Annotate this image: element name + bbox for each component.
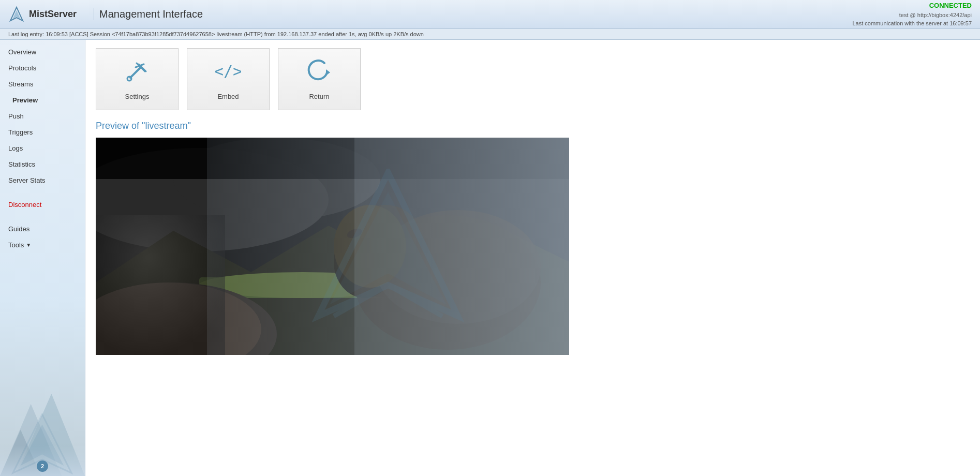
last-communication-text: Last communication with the server at 16… (852, 19, 972, 28)
svg-rect-30 (96, 215, 225, 355)
embed-label: Embed (217, 93, 239, 100)
settings-icon (124, 58, 150, 88)
logo-text: MistServer (29, 9, 77, 20)
svg-text:</>: </> (215, 62, 241, 80)
log-bar: Last log entry: 16:09:53 [ACCS] Session … (0, 29, 980, 40)
video-preview (96, 138, 569, 355)
sidebar-nav: Overview Protocols Streams Preview Push … (0, 40, 85, 476)
return-label: Return (309, 93, 329, 100)
return-icon (306, 58, 332, 88)
sidebar-item-server-stats[interactable]: Server Stats (0, 172, 85, 188)
page-title: Management Interface (94, 8, 852, 20)
svg-point-9 (127, 77, 131, 81)
embed-icon: </> (215, 58, 241, 88)
sidebar-item-protocols[interactable]: Protocols (0, 60, 85, 76)
tools-dropdown-arrow-icon: ▼ (26, 242, 31, 248)
settings-button[interactable]: Settings (96, 48, 179, 110)
return-button[interactable]: Return (278, 48, 361, 110)
sidebar-item-statistics[interactable]: Statistics (0, 156, 85, 172)
sidebar-item-logs[interactable]: Logs (0, 140, 85, 156)
main-layout: Overview Protocols Streams Preview Push … (0, 40, 980, 476)
user-server-text: test @ http://bigbox:4242/api (852, 11, 972, 20)
logo-area: MistServer (8, 6, 94, 23)
sidebar: Overview Protocols Streams Preview Push … (0, 40, 85, 476)
sidebar-item-preview[interactable]: Preview (0, 92, 85, 108)
log-entry-text: Last log entry: 16:09:53 [ACCS] Session … (8, 31, 424, 37)
watermark-mistserver-icon (310, 169, 466, 324)
svg-marker-1 (12, 10, 21, 20)
connected-status: CONNECTED (852, 1, 972, 11)
sidebar-item-push[interactable]: Push (0, 108, 85, 124)
svg-line-8 (130, 67, 141, 78)
action-buttons-row: Settings </> Embed Ret (96, 48, 970, 110)
watermark-logo-area (207, 138, 569, 355)
sidebar-item-triggers[interactable]: Triggers (0, 124, 85, 140)
preview-heading: Preview of "livestream" (96, 121, 970, 131)
video-frame (96, 138, 569, 355)
version-badge: 2 (37, 460, 48, 472)
sidebar-item-guides[interactable]: Guides (0, 221, 85, 237)
svg-marker-14 (326, 69, 330, 76)
header: MistServer Management Interface CONNECTE… (0, 0, 980, 29)
settings-label: Settings (125, 93, 150, 100)
content-area: Settings </> Embed Ret (85, 40, 980, 476)
mistserver-logo-icon (8, 6, 25, 23)
embed-button[interactable]: </> Embed (187, 48, 270, 110)
connection-info: CONNECTED test @ http://bigbox:4242/api … (852, 1, 972, 28)
sidebar-item-streams[interactable]: Streams (0, 76, 85, 92)
sidebar-item-disconnect[interactable]: Disconnect (0, 197, 85, 213)
sidebar-item-tools[interactable]: Tools ▼ (0, 237, 85, 253)
sidebar-item-overview[interactable]: Overview (0, 44, 85, 60)
